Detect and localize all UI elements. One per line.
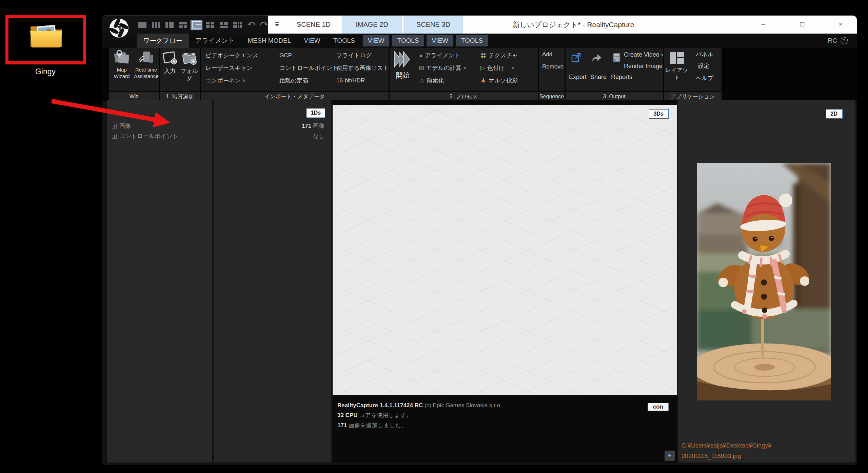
map-wizard-button[interactable]: Map Wizard <box>110 50 134 79</box>
component-button[interactable]: コンポーネント <box>205 74 258 87</box>
console-line-rest: (c) Epic Games Slovakia s.r.o. <box>423 402 501 409</box>
define-distance-button[interactable]: 距離の定義 <box>279 74 338 87</box>
export-label[interactable]: Export <box>569 74 587 81</box>
layout-button-icon[interactable] <box>669 51 685 65</box>
layout-single-icon[interactable] <box>137 20 148 29</box>
console-view-badge[interactable]: con <box>648 403 669 411</box>
ribbon-tab-view-1d[interactable]: VIEW <box>297 34 327 48</box>
folder-icon[interactable] <box>29 21 63 49</box>
maximize-button[interactable]: □ <box>792 16 812 34</box>
layout-four-columns-icon[interactable] <box>232 20 243 29</box>
group-caption-sequence: Sequence <box>539 91 565 100</box>
create-video-button[interactable]: Create Video ▾ <box>624 51 663 58</box>
sequence-remove-button[interactable]: Remove <box>542 63 564 70</box>
render-image-button[interactable]: Render Image <box>624 63 663 70</box>
reports-label[interactable]: Reports <box>611 74 632 81</box>
ribbon-tab-row: ワークフロー アライメント MESH MODEL VIEW TOOLS VIEW… <box>102 34 857 48</box>
layout-rows-icon[interactable] <box>177 20 189 29</box>
undo-icon[interactable] <box>245 20 256 29</box>
photo-gingerbread[interactable] <box>697 163 831 400</box>
settings-button[interactable]: 設定 <box>698 62 709 70</box>
help-icon[interactable]: ? <box>841 37 848 44</box>
share-icon[interactable] <box>591 53 602 63</box>
alignment-button[interactable]: » アライメント <box>419 49 466 62</box>
tab-image-2d[interactable]: IMAGE 2D <box>342 16 402 34</box>
calculate-model-caret-icon[interactable]: ▾ <box>464 62 466 74</box>
layout-one-plus-two-icon-selected[interactable] <box>191 20 202 29</box>
ribbon-tab-mesh-model[interactable]: MESH MODEL <box>241 34 297 48</box>
sequence-add-button[interactable]: Add <box>542 51 552 58</box>
desktop-shortcut-gingy[interactable]: Gingy <box>0 0 102 102</box>
image-path-label[interactable]: C:¥Users¥saijo¥Desktop¥Gingy¥ 20201115_1… <box>682 440 771 461</box>
1ds-view-badge[interactable]: 1Ds <box>307 109 325 118</box>
minimize-button[interactable]: – <box>753 16 773 34</box>
texture-button[interactable]: テクスチャ <box>480 49 518 62</box>
2d-view-badge[interactable]: 2D <box>826 109 843 119</box>
ribbon-tab-workflow[interactable]: ワークフロー <box>137 34 189 48</box>
layout-caret-icon[interactable]: ▾ <box>664 75 690 80</box>
group-caption-output: 3. Output <box>566 91 663 100</box>
console-line-strong: 32 CPU <box>337 412 358 418</box>
ribbon-tab-tools-1d[interactable]: TOOLS <box>327 34 361 48</box>
16bit-hdr-button[interactable]: 16-bit/HDR <box>336 74 389 87</box>
console-line-rest: 画像を追加しました。 <box>347 422 407 429</box>
ribbon-tab-tools-2d[interactable]: TOOLS <box>392 35 424 46</box>
colorize-button[interactable]: ▷ 色付け ▾ <box>480 62 518 74</box>
3ds-view-badge[interactable]: 3Ds <box>649 109 669 119</box>
tab-scene-1d[interactable]: SCENE 1D <box>287 16 340 34</box>
colorize-caret-icon[interactable]: ▾ <box>512 62 514 74</box>
add-folder-label: フォルダ <box>179 67 199 82</box>
flight-log-button[interactable]: フライトログ <box>336 49 389 62</box>
console-line-rest: コアを使用します。 <box>358 412 412 418</box>
ribbon-tab-view-3d[interactable]: VIEW <box>427 35 453 46</box>
add-view-button[interactable]: + <box>665 451 675 461</box>
layout-two-columns-icon[interactable] <box>164 20 175 29</box>
ribbon-tab-alignment[interactable]: アライメント <box>189 34 241 48</box>
image-path-filename[interactable]: 20201115_115903.jpg <box>682 451 771 461</box>
add-folder-button[interactable]: フォルダ <box>179 51 199 82</box>
control-points-button[interactable]: コントロールポイント <box>279 62 338 74</box>
realtime-assistance-label-1: Real-time <box>134 66 158 73</box>
desktop-icon-label[interactable]: Gingy <box>12 67 79 76</box>
realtime-assistance-button[interactable]: Real-time Assistance <box>134 50 158 79</box>
texture-icon <box>480 53 486 58</box>
simplify-label: 簡素化 <box>427 74 444 87</box>
calculate-model-button[interactable]: モデルの計算 ▾ <box>419 62 466 74</box>
ribbon-group-import-meta: ビデオシークエンス レーザースキャン コンポーネント GCP コントロールポイン… <box>201 48 389 100</box>
add-inputs-button[interactable]: 入力 <box>161 51 179 75</box>
window-title: 新しいプロジェクト* - RealityCapture <box>492 16 655 34</box>
layout-two-plus-one-icon[interactable] <box>218 20 229 29</box>
start-button[interactable]: 開始 <box>392 50 413 80</box>
collapse-ribbon-icon[interactable] <box>274 21 280 29</box>
laser-scan-button[interactable]: レーザースキャン <box>205 62 258 74</box>
layout-grid-icon[interactable] <box>204 20 216 29</box>
image-path-directory: C:¥Users¥saijo¥Desktop¥Gingy¥ <box>682 440 771 451</box>
expand-icon[interactable] <box>112 134 117 139</box>
image-list-panel: 1Ds 171 画像 なし <box>214 100 331 462</box>
annotation-arrow <box>47 95 180 134</box>
layout-three-columns-icon[interactable] <box>150 20 161 29</box>
realtime-assistance-label-2: Assistance <box>134 73 158 79</box>
image-list-button[interactable]: 使用する画像リスト <box>336 62 389 74</box>
redo-icon[interactable] <box>259 20 270 29</box>
share-label[interactable]: Share <box>590 74 607 81</box>
group-caption-application: アプリケーション <box>664 91 722 100</box>
ribbon-group-output: Export Share Reports Create Video ▾ Rend… <box>566 48 663 100</box>
panel-button[interactable]: パネル <box>696 51 713 58</box>
export-icon[interactable] <box>571 53 581 63</box>
console-line: 32 CPU コアを使用します。 <box>337 411 639 419</box>
close-button[interactable]: × <box>830 16 851 34</box>
simplify-button[interactable]: ⚠ 簡素化 <box>419 74 466 87</box>
viewport-3d[interactable]: 3Ds <box>333 105 677 395</box>
image-count-unit: 画像 <box>311 123 324 129</box>
reports-icon[interactable] <box>612 53 621 63</box>
ribbon-tab-tools-3d[interactable]: TOOLS <box>456 35 488 46</box>
help-button[interactable]: ヘルプ <box>696 74 713 82</box>
tab-scene-3d[interactable]: SCENE 3D <box>403 16 463 34</box>
realitycapture-logo-icon[interactable] <box>108 17 130 39</box>
video-sequence-button[interactable]: ビデオシークエンス <box>205 49 258 62</box>
colorize-icon: ▷ <box>480 62 485 74</box>
ortho-projection-button[interactable]: オルソ投影 <box>480 74 518 87</box>
ribbon-tab-view-2d[interactable]: VIEW <box>363 35 390 46</box>
gcp-button[interactable]: GCP <box>279 49 338 62</box>
